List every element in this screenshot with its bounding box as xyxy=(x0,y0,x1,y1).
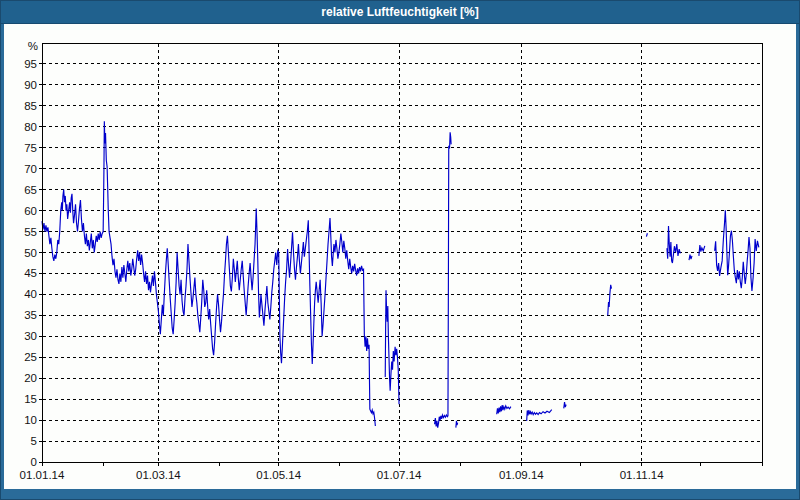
window-title: relative Luftfeuchtigkeit [%] xyxy=(321,5,478,19)
chart-window: relative Luftfeuchtigkeit [%] 0510152025… xyxy=(0,0,800,500)
title-bar[interactable]: relative Luftfeuchtigkeit [%] xyxy=(1,1,799,24)
chart-container xyxy=(4,24,796,489)
